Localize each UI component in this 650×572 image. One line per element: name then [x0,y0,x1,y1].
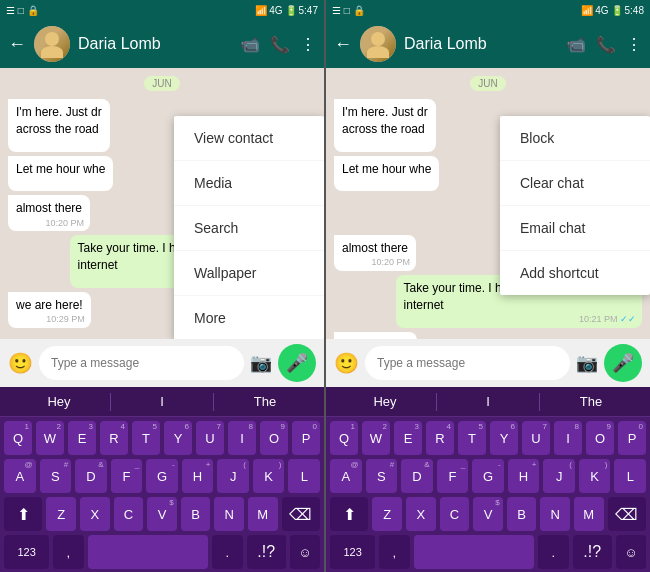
suggestion-hey-1[interactable]: Hey [8,394,110,409]
key-g[interactable]: G- [146,459,178,493]
contact-avatar-2[interactable] [360,26,396,62]
key-j[interactable]: J( [217,459,249,493]
back-button-2[interactable]: ← [334,34,352,55]
key-y2[interactable]: Y6 [490,421,518,455]
call-icon-1[interactable]: 📞 [270,35,290,54]
key-w2[interactable]: W2 [362,421,390,455]
key-h2[interactable]: H+ [508,459,540,493]
key-c[interactable]: C [114,497,144,531]
key-f[interactable]: F_ [111,459,143,493]
key-delete2[interactable]: ⌫ [608,497,646,531]
message-input-2[interactable] [365,346,570,380]
key-m[interactable]: M [248,497,278,531]
menu-item-email-chat[interactable]: Email chat [500,206,650,251]
key-numbers2[interactable]: 123 [330,535,375,569]
key-v2[interactable]: V$ [473,497,503,531]
key-i[interactable]: I8 [228,421,256,455]
key-y[interactable]: Y6 [164,421,192,455]
key-s[interactable]: S# [40,459,72,493]
key-k[interactable]: K) [253,459,285,493]
message-input-1[interactable] [39,346,244,380]
key-a[interactable]: A@ [4,459,36,493]
key-r[interactable]: R4 [100,421,128,455]
key-g2[interactable]: G- [472,459,504,493]
key-l[interactable]: L [288,459,320,493]
video-call-icon-2[interactable]: 📹 [566,35,586,54]
key-v[interactable]: V$ [147,497,177,531]
key-w[interactable]: W2 [36,421,64,455]
key-t2[interactable]: T5 [458,421,486,455]
video-call-icon-1[interactable]: 📹 [240,35,260,54]
key-comma2[interactable]: , [379,535,409,569]
key-x[interactable]: X [80,497,110,531]
suggestion-the-1[interactable]: The [214,394,316,409]
key-j2[interactable]: J( [543,459,575,493]
key-x2[interactable]: X [406,497,436,531]
key-p[interactable]: P0 [292,421,320,455]
key-emoji[interactable]: ☺ [290,535,320,569]
camera-button-2[interactable]: 📷 [576,352,598,374]
suggestion-hey-2[interactable]: Hey [334,394,436,409]
key-o[interactable]: O9 [260,421,288,455]
key-c2[interactable]: C [440,497,470,531]
key-z[interactable]: Z [46,497,76,531]
key-r2[interactable]: R4 [426,421,454,455]
back-button-1[interactable]: ← [8,34,26,55]
key-l2[interactable]: L [614,459,646,493]
key-p2[interactable]: P0 [618,421,646,455]
key-u[interactable]: U7 [196,421,224,455]
key-comma[interactable]: , [53,535,83,569]
menu-item-media[interactable]: Media [174,161,324,206]
more-options-icon-1[interactable]: ⋮ [300,35,316,54]
key-a2[interactable]: A@ [330,459,362,493]
key-period2[interactable]: . [538,535,568,569]
key-emoji2[interactable]: ☺ [616,535,646,569]
menu-item-clear-chat[interactable]: Clear chat [500,161,650,206]
key-shift2[interactable]: ⬆ [330,497,368,531]
contact-name-1[interactable]: Daria Lomb [78,35,232,53]
key-enter2[interactable]: .!? [573,535,612,569]
menu-item-more[interactable]: More [174,296,324,339]
key-d[interactable]: D& [75,459,107,493]
key-q[interactable]: Q1 [4,421,32,455]
key-h[interactable]: H+ [182,459,214,493]
contact-name-2[interactable]: Daria Lomb [404,35,558,53]
suggestion-i-1[interactable]: I [111,394,213,409]
emoji-button-1[interactable]: 🙂 [8,351,33,375]
key-n2[interactable]: N [540,497,570,531]
key-t[interactable]: T5 [132,421,160,455]
menu-item-add-shortcut[interactable]: Add shortcut [500,251,650,295]
key-o2[interactable]: O9 [586,421,614,455]
menu-item-search[interactable]: Search [174,206,324,251]
key-b[interactable]: B [181,497,211,531]
key-e2[interactable]: E3 [394,421,422,455]
mic-button-2[interactable]: 🎤 [604,344,642,382]
key-n[interactable]: N [214,497,244,531]
key-space2[interactable] [414,535,535,569]
key-numbers[interactable]: 123 [4,535,49,569]
key-m2[interactable]: M [574,497,604,531]
key-f2[interactable]: F_ [437,459,469,493]
key-q2[interactable]: Q1 [330,421,358,455]
key-enter[interactable]: .!? [247,535,286,569]
suggestion-the-2[interactable]: The [540,394,642,409]
key-z2[interactable]: Z [372,497,402,531]
emoji-button-2[interactable]: 🙂 [334,351,359,375]
key-k2[interactable]: K) [579,459,611,493]
mic-button-1[interactable]: 🎤 [278,344,316,382]
menu-item-wallpaper[interactable]: Wallpaper [174,251,324,296]
key-shift[interactable]: ⬆ [4,497,42,531]
key-s2[interactable]: S# [366,459,398,493]
menu-item-view-contact[interactable]: View contact [174,116,324,161]
key-period[interactable]: . [212,535,242,569]
key-u2[interactable]: U7 [522,421,550,455]
key-delete[interactable]: ⌫ [282,497,320,531]
more-options-icon-2[interactable]: ⋮ [626,35,642,54]
key-e[interactable]: E3 [68,421,96,455]
key-i2[interactable]: I8 [554,421,582,455]
contact-avatar-1[interactable] [34,26,70,62]
key-space[interactable] [88,535,209,569]
key-b2[interactable]: B [507,497,537,531]
menu-item-block[interactable]: Block [500,116,650,161]
suggestion-i-2[interactable]: I [437,394,539,409]
